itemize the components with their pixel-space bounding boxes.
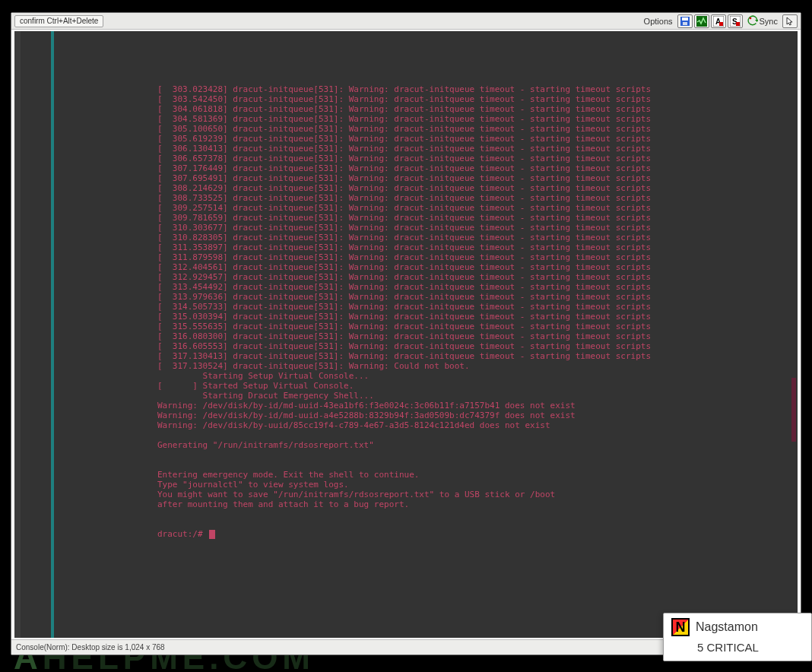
sync-button[interactable]: Sync (744, 15, 781, 27)
nagstamon-status: 5 CRITICAL (697, 641, 804, 654)
svg-point-10 (749, 17, 751, 19)
vnc-window: confirm Ctrl+Alt+Delete Options A S Sync (11, 12, 801, 655)
svg-rect-6 (719, 22, 723, 26)
toolbar: confirm Ctrl+Alt+Delete Options A S Sync (11, 13, 801, 30)
status-left: Console(Norm): Desktop size is 1,024 x 7… (16, 643, 165, 651)
nagstamon-icon: N (671, 618, 690, 636)
console-viewport[interactable]: [ 303.023428] dracut-initqueue[531]: War… (14, 31, 798, 638)
cursor-icon[interactable] (782, 14, 798, 28)
s-red-icon[interactable]: S (728, 14, 743, 28)
activity-icon[interactable] (694, 14, 709, 28)
nagstamon-popup[interactable]: N Nagstamon 5 CRITICAL (663, 613, 812, 661)
confirm-cad-button[interactable]: confirm Ctrl+Alt+Delete (14, 15, 103, 27)
svg-rect-1 (682, 17, 688, 21)
save-icon[interactable] (677, 14, 693, 28)
terminal-output: [ 303.023428] dracut-initqueue[531]: War… (14, 31, 798, 638)
sync-label: Sync (760, 17, 778, 26)
a-red-icon[interactable]: A (711, 14, 726, 28)
options-label[interactable]: Options (644, 17, 673, 26)
nagstamon-title: Nagstamon (696, 620, 758, 634)
svg-rect-9 (736, 22, 740, 26)
sync-icon (747, 15, 758, 27)
svg-rect-2 (683, 22, 687, 25)
